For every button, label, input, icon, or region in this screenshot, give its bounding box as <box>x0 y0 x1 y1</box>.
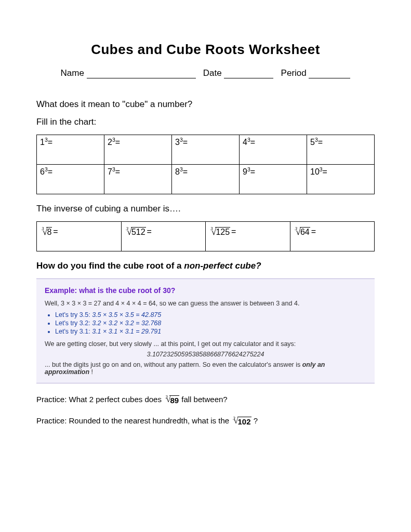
table-row: 63= 73= 83= 93= 103= <box>37 165 375 194</box>
example-title: Example: what is the cube root of 30? <box>45 286 366 295</box>
worksheet-page: Cubes and Cube Roots Worksheet Name Date… <box>0 0 411 532</box>
name-blank[interactable] <box>87 69 196 78</box>
cube-cell[interactable]: 53= <box>307 135 375 165</box>
question-cube-meaning: What does it mean to "cube" a number? <box>36 99 375 110</box>
cube-cell[interactable]: 103= <box>307 165 375 194</box>
list-item: Let's try 3.1: 3.1 × 3.1 × 3.1 = 29.791 <box>55 328 366 335</box>
cube-root-icon: 3√89 <box>164 395 179 405</box>
cube-root-icon: 3√512= <box>125 227 152 237</box>
cube-cell[interactable]: 23= <box>104 135 172 165</box>
root-cell[interactable]: 3√125= <box>206 222 290 251</box>
example-intro: Well, 3 × 3 × 3 = 27 and 4 × 4 × 4 = 64,… <box>45 300 366 307</box>
list-item: Let's try 3.2: 3.2 × 3.2 × 3.2 = 32.768 <box>55 320 366 327</box>
date-label: Date <box>203 68 222 78</box>
period-label: Period <box>281 68 307 78</box>
student-info-line: Name Date Period <box>36 68 375 78</box>
root-cell[interactable]: 3√64= <box>290 222 375 251</box>
fill-chart-label: Fill in the chart: <box>36 117 375 127</box>
cube-cell[interactable]: 43= <box>240 135 307 165</box>
inverse-label: The inverse of cubing a number is…. <box>36 204 375 214</box>
example-tries-list: Let's try 3.5: 3.5 × 3.5 × 3.5 = 42.875 … <box>55 311 366 335</box>
cube-cell[interactable]: 83= <box>172 165 240 194</box>
date-blank[interactable] <box>224 69 273 78</box>
cube-root-icon: 3√125= <box>209 227 236 237</box>
root-cell[interactable]: 3√8= <box>37 222 122 251</box>
cube-cell[interactable]: 93= <box>240 165 307 194</box>
cube-root-icon: 3√102 <box>231 417 251 426</box>
name-label: Name <box>61 68 84 78</box>
table-row: 13= 23= 33= 43= 53= <box>37 135 375 165</box>
nonperfect-heading: How do you find the cube root of a non-p… <box>36 261 375 271</box>
cube-root-icon: 3√8= <box>40 227 58 237</box>
cube-cell[interactable]: 63= <box>37 165 104 194</box>
page-title: Cubes and Cube Roots Worksheet <box>36 42 375 58</box>
root-cell[interactable]: 3√512= <box>121 222 206 251</box>
cube-roots-table: 3√8= 3√512= 3√125= 3√64= <box>36 221 375 251</box>
example-box: Example: what is the cube root of 30? We… <box>36 278 375 383</box>
cube-cell[interactable]: 73= <box>104 165 172 194</box>
cube-cell[interactable]: 33= <box>172 135 240 165</box>
example-closer: We are getting closer, but very slowly .… <box>45 340 366 348</box>
list-item: Let's try 3.5: 3.5 × 3.5 × 3.5 = 42.875 <box>55 311 366 318</box>
example-value: 3.1072325059538588668776624275224 <box>45 351 366 358</box>
cube-cell[interactable]: 13= <box>37 135 104 165</box>
example-outro: ... but the digits just go on and on, wi… <box>45 361 366 376</box>
table-row: 3√8= 3√512= 3√125= 3√64= <box>37 222 375 251</box>
practice-2: Practice: Rounded to the nearest hundred… <box>36 416 375 426</box>
cubes-table: 13= 23= 33= 43= 53= 63= 73= 83= 93= 103= <box>36 135 375 194</box>
practice-1: Practice: What 2 perfect cubes does 3√89… <box>36 395 375 405</box>
period-blank[interactable] <box>309 69 350 78</box>
cube-root-icon: 3√64= <box>294 227 316 237</box>
